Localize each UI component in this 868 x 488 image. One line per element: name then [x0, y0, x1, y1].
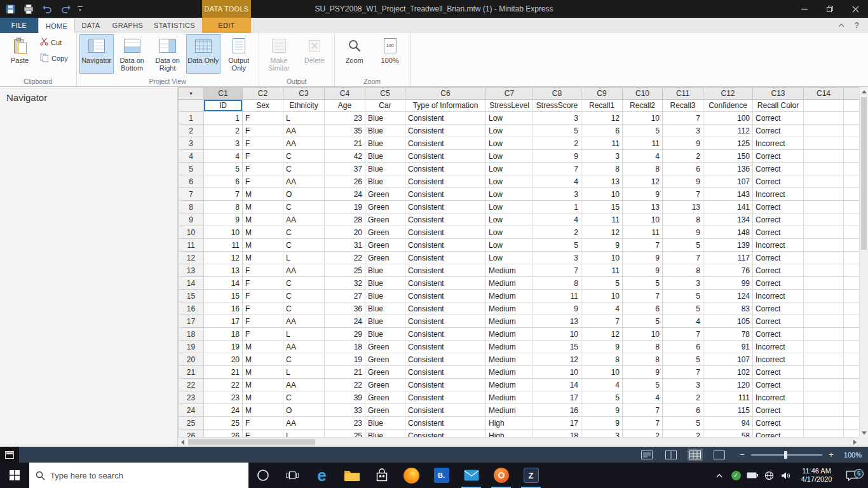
- cell-C1-row8[interactable]: 8: [204, 201, 243, 214]
- cell-C13-row25[interactable]: Correct: [753, 417, 804, 430]
- cell-C14-row16[interactable]: [804, 302, 844, 315]
- cell-C10-row15[interactable]: 7: [623, 290, 663, 302]
- cell-C7-row17[interactable]: Medium: [486, 315, 533, 328]
- scroll-up-arrow[interactable]: [860, 87, 868, 96]
- cell-C2-row25[interactable]: F: [243, 417, 283, 430]
- zoom-slider-thumb[interactable]: [784, 451, 787, 459]
- cell-C10-row1[interactable]: 10: [623, 112, 663, 125]
- cell-C11-row10[interactable]: 9: [663, 226, 703, 239]
- blank-view-icon[interactable]: [712, 449, 727, 461]
- cell-C3-row6[interactable]: AA: [283, 175, 325, 188]
- row-number-1[interactable]: 1: [179, 112, 204, 125]
- cell-C3-row18[interactable]: L: [283, 328, 325, 341]
- vertical-scrollbar[interactable]: [859, 87, 868, 437]
- cell-C3-row15[interactable]: C: [283, 290, 325, 302]
- tab-statistics[interactable]: STATISTICS: [149, 18, 200, 33]
- cell-C2-row15[interactable]: F: [243, 290, 283, 302]
- cell-C11-row23[interactable]: 2: [663, 391, 703, 404]
- column-header-C5[interactable]: C5: [365, 88, 405, 100]
- cell-C9-row6[interactable]: 13: [581, 175, 623, 188]
- zoom-100-button[interactable]: 100 100%: [373, 34, 407, 74]
- column-header-C13[interactable]: C13: [753, 88, 804, 100]
- cell-C9-row21[interactable]: 10: [581, 366, 623, 379]
- scroll-left-arrow[interactable]: [178, 438, 187, 447]
- cell-C4-row20[interactable]: 19: [325, 353, 365, 366]
- cell-C1-row12[interactable]: 12: [204, 252, 243, 264]
- cell-C5-row15[interactable]: Blue: [365, 290, 405, 302]
- cell-C3-row20[interactable]: C: [283, 353, 325, 366]
- cell-C12-row22[interactable]: 120: [703, 379, 753, 391]
- cell-C9-row9[interactable]: 11: [581, 214, 623, 226]
- cell-C9-row4[interactable]: 3: [581, 150, 623, 163]
- cell-C5-row13[interactable]: Blue: [365, 264, 405, 277]
- antivirus-tray-icon[interactable]: ✓: [728, 463, 744, 488]
- cell-C4-row13[interactable]: 25: [325, 264, 365, 277]
- cell-C6-row13[interactable]: Consistent: [405, 264, 486, 277]
- cell-C9-row16[interactable]: 4: [581, 302, 623, 315]
- cell-C4-row11[interactable]: 31: [325, 239, 365, 252]
- cell-C13-row19[interactable]: Incorrect: [753, 341, 804, 353]
- column-header-C2[interactable]: C2: [243, 88, 283, 100]
- cell-C7-row9[interactable]: Low: [486, 214, 533, 226]
- cell-C14-row3[interactable]: [804, 137, 844, 150]
- cell-C11-row15[interactable]: 5: [663, 290, 703, 302]
- cell-C11-row5[interactable]: 6: [663, 163, 703, 175]
- row-number-7[interactable]: 7: [179, 188, 204, 201]
- vertical-scrollbar-thumb[interactable]: [861, 97, 867, 250]
- cell-C3-row21[interactable]: L: [283, 366, 325, 379]
- cell-C6-row23[interactable]: Consistent: [405, 391, 486, 404]
- cell-C11-row24[interactable]: 6: [663, 404, 703, 417]
- cell-C14-row21[interactable]: [804, 366, 844, 379]
- tab-edit[interactable]: EDIT: [202, 18, 251, 33]
- column-header-C8[interactable]: C8: [533, 88, 581, 100]
- cell-C3-row4[interactable]: C: [283, 150, 325, 163]
- cell-C3-row22[interactable]: AA: [283, 379, 325, 391]
- cell-C12-row14[interactable]: 99: [703, 277, 753, 290]
- cell-C5-row17[interactable]: Blue: [365, 315, 405, 328]
- cell-C1-row24[interactable]: 24: [204, 404, 243, 417]
- select-all-cell[interactable]: ▾: [179, 88, 204, 100]
- cell-C12-row1[interactable]: 100: [703, 112, 753, 125]
- data-on-bottom-button[interactable]: Data on Bottom: [115, 34, 149, 74]
- row-number-11[interactable]: 11: [179, 239, 204, 252]
- cell-C2-row10[interactable]: M: [243, 226, 283, 239]
- row-number-14[interactable]: 14: [179, 277, 204, 290]
- cell-C7-row10[interactable]: Low: [486, 226, 533, 239]
- cell-C11-row4[interactable]: 2: [663, 150, 703, 163]
- cell-C4-row17[interactable]: 24: [325, 315, 365, 328]
- variable-cell-C14[interactable]: [804, 100, 844, 112]
- cell-C1-row14[interactable]: 14: [204, 277, 243, 290]
- cell-C12-row6[interactable]: 107: [703, 175, 753, 188]
- taskbar-clock[interactable]: 11:46 AM 4/17/2020: [794, 467, 839, 484]
- cell-C5-row2[interactable]: Blue: [365, 125, 405, 137]
- cell-C8-row20[interactable]: 12: [533, 353, 581, 366]
- cell-C2-row2[interactable]: F: [243, 125, 283, 137]
- cell-C1-row2[interactable]: 2: [204, 125, 243, 137]
- tab-data[interactable]: DATA: [75, 18, 107, 33]
- cell-C5-row11[interactable]: Green: [365, 239, 405, 252]
- collapse-ribbon-icon[interactable]: [838, 24, 844, 27]
- cell-C7-row26[interactable]: High: [486, 430, 533, 438]
- cell-C10-row14[interactable]: 5: [623, 277, 663, 290]
- cell-C13-row11[interactable]: Incorrect: [753, 239, 804, 252]
- action-center-button[interactable]: 5: [839, 470, 865, 481]
- cell-C2-row9[interactable]: M: [243, 214, 283, 226]
- row-number-8[interactable]: 8: [179, 201, 204, 214]
- cell-C7-row4[interactable]: Low: [486, 150, 533, 163]
- cell-C2-row14[interactable]: F: [243, 277, 283, 290]
- cell-C5-row24[interactable]: Green: [365, 404, 405, 417]
- cell-C2-row17[interactable]: F: [243, 315, 283, 328]
- row-number-15[interactable]: 15: [179, 290, 204, 302]
- column-header-C14[interactable]: C14: [804, 88, 844, 100]
- print-button[interactable]: [22, 2, 35, 16]
- cell-C4-row2[interactable]: 35: [325, 125, 365, 137]
- cell-C7-row5[interactable]: Low: [486, 163, 533, 175]
- cell-C10-row20[interactable]: 8: [623, 353, 663, 366]
- column-header-C4[interactable]: C4: [325, 88, 365, 100]
- cell-C13-row23[interactable]: Incorrect: [753, 391, 804, 404]
- cell-C4-row24[interactable]: 33: [325, 404, 365, 417]
- cell-C14-row4[interactable]: [804, 150, 844, 163]
- cell-C9-row5[interactable]: 8: [581, 163, 623, 175]
- cell-C8-row15[interactable]: 11: [533, 290, 581, 302]
- cell-C4-row5[interactable]: 37: [325, 163, 365, 175]
